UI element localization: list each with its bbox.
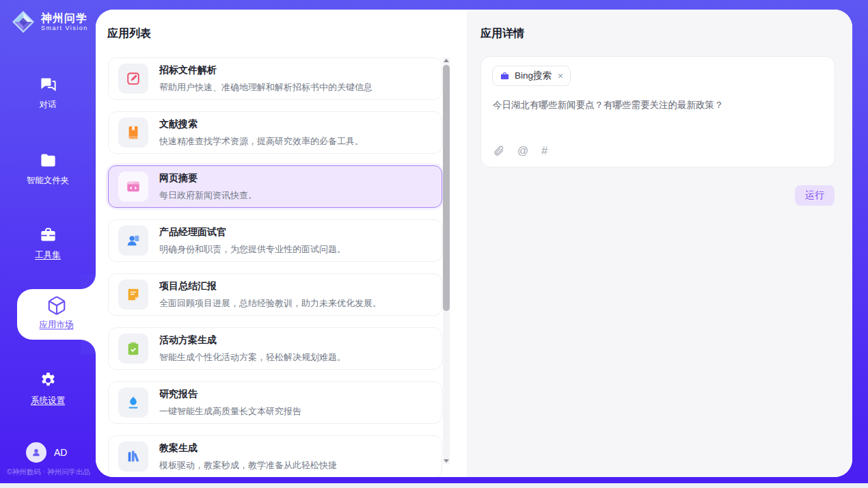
paperclip-icon[interactable]: [493, 145, 504, 157]
cube-icon: [46, 295, 67, 316]
book-icon: [126, 125, 141, 140]
sidebar-item-toolset[interactable]: 工具集: [0, 226, 96, 261]
sidebar-item-smart-folder[interactable]: 智能文件夹: [0, 151, 96, 187]
person-icon: [30, 446, 42, 459]
gear-icon: [39, 371, 57, 390]
tool-chip-label: Bing搜索: [515, 70, 552, 82]
chip-close-icon[interactable]: ×: [558, 71, 563, 81]
prompt-input[interactable]: 今日湖北有哪些新闻要点？有哪些需要关注的最新政策？: [493, 99, 821, 111]
hash-icon[interactable]: #: [541, 146, 547, 157]
app-card-desc: 每日政府新闻资讯快查。: [159, 189, 257, 202]
app-card-title: 招标文件解析: [159, 64, 372, 77]
interviewer-icon: [126, 233, 141, 248]
app-card-desc: 快速精准查找学术资源，提高研究效率的必备工具。: [159, 135, 364, 148]
sidebar-item-app-market[interactable]: 应用市场: [17, 289, 96, 340]
app-card-title: 产品经理面试官: [159, 226, 346, 239]
app-card-bid-parse[interactable]: 招标文件解析 帮助用户快速、准确地理解和解析招标书中的关键信息: [108, 57, 442, 100]
sidebar-item-label: 应用市场: [17, 319, 96, 331]
chat-icon: [39, 75, 57, 94]
user-initials: AD: [54, 447, 67, 458]
mention-icon[interactable]: @: [517, 146, 528, 157]
sidebar-item-label: 对话: [0, 99, 96, 111]
sidebar-item-label: 工具集: [0, 249, 96, 261]
user-account[interactable]: AD: [26, 442, 67, 463]
app-card-desc: 模板驱动，教案秒成，教学准备从此轻松快捷: [159, 459, 337, 472]
app-detail-title: 应用详情: [480, 27, 524, 41]
list-scrollbar[interactable]: [443, 57, 450, 464]
note-icon: [126, 287, 141, 302]
app-card-project-summary[interactable]: 项目总结汇报 全面回顾项目进展，总结经验教训，助力未来优化发展。: [108, 273, 442, 316]
app-card-title: 研究报告: [159, 388, 301, 401]
diamond-logo-icon: [11, 10, 36, 34]
toolbox-icon: [39, 226, 57, 244]
sidebar: 神州问学 Smart Vision 对话 智能文件夹 工具: [0, 0, 96, 483]
app-list-title: 应用列表: [107, 27, 151, 41]
app-card-lesson-plan[interactable]: 教案生成 模板驱动，教案秒成，教学准备从此轻松快捷: [108, 435, 442, 477]
notch-curve-top: [81, 274, 96, 289]
scrollbar-thumb[interactable]: [443, 65, 450, 311]
app-card-event-plan[interactable]: 活动方案生成 智能生成个性化活动方案，轻松解决规划难题。: [108, 327, 442, 370]
prompt-toolbar: @ #: [493, 145, 547, 157]
scrollbar-down-arrow-icon[interactable]: [444, 459, 449, 463]
avatar: [26, 442, 46, 463]
folder-icon: [39, 151, 57, 170]
ink-icon: [126, 395, 141, 410]
app-list: 招标文件解析 帮助用户快速、准确地理解和解析招标书中的关键信息 文献搜索: [108, 57, 442, 477]
run-button[interactable]: 运行: [795, 185, 835, 206]
app-card-title: 活动方案生成: [159, 334, 346, 347]
browser-code-icon: [126, 179, 141, 194]
app-card-desc: 智能生成个性化活动方案，轻松解决规划难题。: [159, 351, 346, 364]
tool-chip-bing-search[interactable]: Bing搜索 ×: [492, 66, 571, 86]
app-card-desc: 明确身份和职责，为您提供专业性的面试问题。: [159, 243, 346, 256]
app-card-research-report[interactable]: 研究报告 一键智能生成高质量长文本研究报告: [108, 381, 442, 424]
scrollbar-up-arrow-icon[interactable]: [444, 59, 449, 62]
sidebar-item-settings[interactable]: 系统设置: [0, 371, 96, 407]
copyright-text: ©神州数码 · 神州问学出品: [7, 467, 99, 477]
prompt-card[interactable]: Bing搜索 × 今日湖北有哪些新闻要点？有哪些需要关注的最新政策？ @ #: [480, 56, 835, 167]
sidebar-item-label: 系统设置: [0, 395, 96, 407]
app-frame: 神州问学 Smart Vision 对话 智能文件夹 工具: [0, 0, 868, 483]
app-card-title: 项目总结汇报: [159, 280, 381, 293]
pen-square-icon: [126, 71, 141, 86]
app-card-desc: 全面回顾项目进展，总结经验教训，助力未来优化发展。: [159, 297, 381, 310]
briefcase-icon: [500, 71, 510, 81]
brand-subtitle: Smart Vision: [41, 25, 88, 31]
clipboard-check-icon: [126, 341, 141, 356]
sidebar-item-label: 智能文件夹: [0, 175, 96, 187]
app-list-panel: 应用列表 招标文件解析 帮助用户快速、准确地理解和解析招标书中的关键信息: [96, 10, 467, 477]
app-card-desc: 帮助用户快速、准确地理解和解析招标书中的关键信息: [159, 81, 372, 94]
app-card-title: 教案生成: [159, 442, 337, 455]
app-card-title: 网页摘要: [159, 172, 257, 185]
notch-curve-bottom: [81, 340, 96, 355]
app-card-title: 文献搜索: [159, 118, 364, 131]
app-card-desc: 一键智能生成高质量长文本研究报告: [159, 405, 301, 418]
app-card-literature-search[interactable]: 文献搜索 快速精准查找学术资源，提高研究效率的必备工具。: [108, 111, 442, 154]
content-area: 应用列表 招标文件解析 帮助用户快速、准确地理解和解析招标书中的关键信息: [96, 10, 852, 477]
app-card-pm-interviewer[interactable]: 产品经理面试官 明确身份和职责，为您提供专业性的面试问题。: [108, 219, 442, 262]
books-icon: [126, 449, 141, 464]
app-card-web-summary[interactable]: 网页摘要 每日政府新闻资讯快查。: [108, 165, 442, 208]
app-detail-panel: 应用详情 Bing搜索 × 今日湖北有哪些新闻要点？有哪些需要关注的最新政策？ …: [467, 10, 852, 477]
brand-name: 神州问学: [41, 12, 88, 25]
brand-logo: 神州问学 Smart Vision: [11, 10, 88, 34]
sidebar-item-chat[interactable]: 对话: [0, 75, 96, 111]
